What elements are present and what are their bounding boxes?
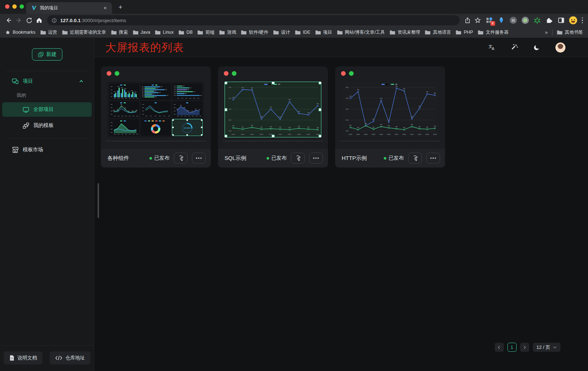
bookmark-folder[interactable]: Java <box>133 29 150 36</box>
bookmark-folder-label: PHP <box>464 30 473 35</box>
dark-mode-moon-icon[interactable] <box>533 44 541 51</box>
next-page-button[interactable] <box>520 343 529 352</box>
project-thumbnail[interactable]: 25.00% <box>107 82 204 137</box>
bookmark-folder[interactable]: 游戏 <box>219 29 236 36</box>
project-thumbnail[interactable] <box>342 82 439 137</box>
other-bookmarks-folder[interactable]: 其他书签 <box>557 29 583 36</box>
thumbnail-chart <box>342 82 439 137</box>
sidebar-divider <box>6 71 88 71</box>
docs-button[interactable]: 说明文档 <box>4 351 42 364</box>
reload-icon[interactable] <box>24 15 34 25</box>
browser-tab[interactable]: 我的项目 × <box>26 2 112 14</box>
prev-page-button[interactable] <box>495 343 504 352</box>
extension-gem-icon[interactable] <box>497 16 506 25</box>
repo-button[interactable]: 仓库地址 <box>50 351 90 364</box>
ellipsis-icon <box>430 157 436 159</box>
address-bar[interactable]: 127.0.0.1:3000/#/project/items <box>47 15 460 25</box>
bookmark-folder[interactable]: 文件服务器 <box>478 29 509 36</box>
site-info-icon[interactable] <box>52 18 57 23</box>
new-project-label: 新建 <box>46 51 57 58</box>
home-icon[interactable] <box>34 15 44 25</box>
main-area: 大屏报表的列表 文A <box>94 38 588 371</box>
bookmark-folder[interactable]: 前端 <box>197 29 214 36</box>
new-tab-button[interactable]: + <box>116 3 125 12</box>
sidebar-item-template-market[interactable]: 模板市场 <box>2 143 92 157</box>
extensions-puzzle-icon[interactable] <box>545 16 554 25</box>
bookmark-folder-label: 文件服务器 <box>486 29 509 36</box>
folder-icon <box>478 30 484 35</box>
star-icon <box>5 30 11 35</box>
status-dot <box>267 157 269 160</box>
more-actions-button[interactable] <box>192 153 206 164</box>
card-window-dots <box>341 71 354 76</box>
bookmark-folder[interactable]: 设计 <box>273 29 290 36</box>
sidebar-item-all-projects[interactable]: 全部项目 <box>2 102 92 117</box>
close-window-button[interactable] <box>5 4 9 9</box>
project-card: 25.00% 各种组件 已发布 <box>101 66 211 168</box>
extension-command-icon[interactable]: ⌘ <box>509 16 518 25</box>
scrollbar-thumb[interactable] <box>98 183 99 218</box>
bookmarks-right: » 其他书签 <box>545 29 583 36</box>
share-icon[interactable] <box>462 15 473 25</box>
project-title: 各种组件 <box>107 155 129 162</box>
bookmark-folder[interactable]: 近期需要读的文章 <box>62 29 106 36</box>
template-flow-icon <box>22 122 29 129</box>
extension-star-icon[interactable] <box>533 16 542 25</box>
folder-icon <box>295 30 301 35</box>
bookmark-folder[interactable]: IDE <box>295 29 311 36</box>
mini-chart <box>172 101 202 118</box>
sidebar-item-label: 模板市场 <box>23 147 43 153</box>
magic-wand-icon[interactable] <box>510 44 518 51</box>
project-thumbnail[interactable] <box>225 82 321 137</box>
back-icon[interactable] <box>4 15 14 25</box>
bookmark-folder-label: Linux <box>163 30 174 35</box>
bookmark-folder[interactable]: DB <box>178 29 193 36</box>
more-actions-button[interactable] <box>426 153 440 164</box>
bookmark-star-icon[interactable] <box>473 15 483 25</box>
thumbnail-separator <box>106 141 206 141</box>
bookmark-folder[interactable]: 运营 <box>40 29 57 36</box>
folder-icon <box>133 30 139 35</box>
minimize-window-button[interactable] <box>12 4 17 9</box>
chevron-up-icon[interactable] <box>79 79 84 84</box>
edit-project-button[interactable] <box>408 153 422 164</box>
sidebar-item-my-templates[interactable]: 我的模板 <box>2 118 92 133</box>
edit-project-button[interactable] <box>291 153 305 164</box>
bookmark-folder[interactable]: 软件/硬件 <box>241 29 268 36</box>
profile-avatar-emoji[interactable] <box>569 16 577 25</box>
extension-grid-icon[interactable]: 9 <box>485 16 494 25</box>
new-project-button[interactable]: 新建 <box>32 48 62 61</box>
extension-record-icon[interactable] <box>521 16 530 25</box>
bookmark-folder[interactable]: 项目 <box>315 29 332 36</box>
bookmarks-root[interactable]: Bookmarks <box>5 30 36 35</box>
tab-close-icon[interactable]: × <box>102 5 108 11</box>
edit-project-button[interactable] <box>174 153 188 164</box>
current-page-button[interactable]: 1 <box>507 343 517 352</box>
bookmark-folder[interactable]: 搜索 <box>111 29 128 36</box>
sidebar-item-label: 我的模板 <box>33 122 54 129</box>
bookmark-folder[interactable]: Linux <box>155 29 174 36</box>
sidebar-group-projects[interactable]: 项目 <box>0 73 94 89</box>
bookmark-folder[interactable]: PHP <box>456 29 473 36</box>
bookmark-folder[interactable]: 其他语言 <box>425 29 451 36</box>
mini-chart <box>141 101 171 118</box>
folder-icon <box>456 30 461 35</box>
page-size-label: 12 / 页 <box>536 344 550 351</box>
page-size-select[interactable]: 12 / 页 <box>533 343 560 352</box>
browser-menu-icon[interactable] <box>580 16 585 25</box>
user-avatar[interactable] <box>555 42 566 53</box>
ellipsis-icon <box>196 157 202 159</box>
more-actions-button[interactable] <box>309 153 323 164</box>
sidebar-group-label: 项目 <box>23 78 33 84</box>
side-panel-icon[interactable] <box>557 16 566 25</box>
language-icon[interactable]: 文A <box>488 44 496 51</box>
folder-icon <box>273 30 279 35</box>
bookmarks-overflow-chevron[interactable]: » <box>545 29 548 35</box>
forward-icon[interactable] <box>14 15 24 25</box>
zoom-window-button[interactable] <box>20 4 24 9</box>
sidebar-divider <box>6 139 88 139</box>
project-card: SQL示例 已发布 <box>218 66 328 168</box>
bookmark-folder[interactable]: 资讯未整理 <box>390 29 420 36</box>
bookmark-folder[interactable]: 网站/博客/文章/工具 <box>337 29 385 36</box>
bookmark-folder-label: 软件/硬件 <box>249 29 268 36</box>
